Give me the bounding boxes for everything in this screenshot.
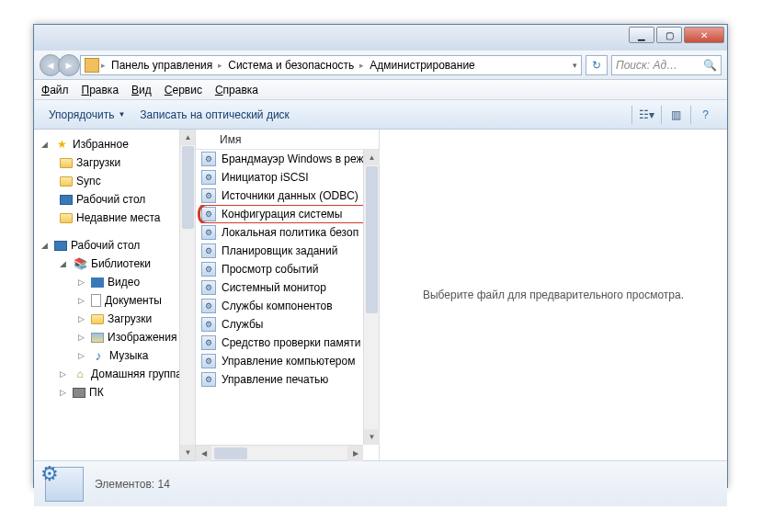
list-item[interactable]: ⚙Локальная политика безоп [196,223,379,242]
homegroup-icon: ⌂ [73,367,87,381]
chevron-right-icon[interactable]: ▸ [101,61,106,70]
address-row: ◄ ► ▸ Панель управления ▸ Система и безо… [34,51,727,80]
shortcut-icon: ⚙ [201,335,216,350]
close-button[interactable]: ✕ [684,27,724,43]
refresh-button[interactable]: ↻ [586,55,608,75]
tree-homegroup[interactable]: ▷⌂Домашняя группа [34,365,195,383]
search-icon[interactable]: 🔍 [703,59,717,72]
scroll-left-icon[interactable]: ◀ [196,446,211,461]
shortcut-icon: ⚙ [201,354,216,368]
body-panes: ◢★Избранное Загрузки Sync Рабочий стол Н… [34,130,727,460]
minimize-button[interactable]: ▁ [629,27,654,43]
list-item[interactable]: ⚙Управление компьютером [196,352,379,370]
file-list[interactable]: Имя ⚙Брандмауэр Windows в реж⚙Инициатор … [196,130,380,460]
list-item[interactable]: ⚙Системный монитор [196,278,379,297]
dropdown-icon[interactable]: ▾ [573,61,577,70]
expand-icon[interactable]: ▷ [78,277,87,287]
shortcut-icon: ⚙ [201,188,216,203]
tree-favorites[interactable]: ◢★Избранное [34,135,195,153]
list-item[interactable]: ⚙Источники данных (ODBC) [196,187,379,205]
collapse-icon[interactable]: ◢ [41,241,51,250]
tree-music[interactable]: ▷♪Музыка [34,346,195,365]
status-text: Элементов: 14 [95,478,170,491]
scroll-down-icon[interactable]: ▼ [180,445,196,460]
view-options-button[interactable]: ☷▾ [631,106,661,124]
list-item[interactable]: ⚙Службы компонентов [196,297,379,315]
burn-button[interactable]: Записать на оптический диск [132,105,297,125]
list-hscrollbar[interactable]: ◀ ▶ [196,445,363,460]
scroll-up-icon[interactable]: ▲ [180,130,196,145]
preview-pane-button[interactable]: ▥ [661,106,690,124]
expand-icon[interactable]: ▷ [60,388,69,397]
organize-button[interactable]: Упорядочить▼ [41,105,132,125]
forward-button[interactable]: ► [58,54,80,76]
breadcrumb-seg-2[interactable]: Администрирование [366,59,478,72]
tree-desktop-fav[interactable]: Рабочий стол [34,190,195,209]
list-item-label: Службы компонентов [222,300,333,312]
expand-icon[interactable]: ▷ [78,333,87,342]
tree-downloads[interactable]: Загрузки [34,153,195,172]
list-item[interactable]: ⚙Брандмауэр Windows в реж [196,150,379,168]
collapse-icon[interactable]: ◢ [41,140,51,149]
folder-icon [60,158,73,168]
list-item-label: Просмотр событий [222,263,318,276]
collapse-icon[interactable]: ◢ [60,259,69,268]
tree-documents[interactable]: ▷Документы [34,291,195,310]
chevron-down-icon: ▼ [118,110,125,119]
video-icon [91,277,104,288]
list-item[interactable]: ⚙Планировщик заданий [196,242,379,260]
shortcut-icon: ⚙ [201,299,216,313]
list-item[interactable]: ⚙Службы [196,315,379,334]
scroll-thumb[interactable] [366,166,378,313]
tree-pc[interactable]: ▷ПК [34,383,195,402]
chevron-right-icon[interactable]: ▸ [218,61,222,70]
pc-icon [73,388,85,398]
list-item[interactable]: ⚙Конфигурация системы [196,205,379,223]
scroll-thumb[interactable] [214,447,247,459]
expand-icon[interactable]: ▷ [78,351,87,360]
scroll-thumb[interactable] [182,146,194,229]
recent-icon [60,213,73,223]
scroll-right-icon[interactable]: ▶ [347,446,363,461]
chevron-right-icon[interactable]: ▸ [359,61,364,70]
titlebar[interactable]: ▁ ▢ ✕ [34,25,727,51]
menu-edit[interactable]: Правка [82,84,119,96]
tree-downloads-lib[interactable]: ▷Загрузки [34,310,195,328]
breadcrumb-seg-1[interactable]: Система и безопасность [224,59,358,72]
menu-file[interactable]: Файл [41,84,69,96]
expand-icon[interactable]: ▷ [60,369,69,379]
folder-icon [85,58,99,73]
list-item[interactable]: ⚙Управление печатью [196,370,379,389]
list-item-label: Конфигурация системы [222,208,342,221]
preview-placeholder: Выберите файл для предварительного просм… [423,289,684,301]
breadcrumb-seg-0[interactable]: Панель управления [108,59,216,72]
help-button[interactable]: ? [690,106,720,124]
list-vscrollbar[interactable]: ▲ ▼ [363,150,379,445]
navigation-pane[interactable]: ◢★Избранное Загрузки Sync Рабочий стол Н… [34,130,196,460]
tree-recent[interactable]: Недавние места [34,209,195,227]
list-item[interactable]: ⚙Инициатор iSCSI [196,168,379,187]
tree-videos[interactable]: ▷Видео [34,273,195,291]
shortcut-icon: ⚙ [201,243,216,258]
scroll-up-icon[interactable]: ▲ [364,150,380,165]
menu-tools[interactable]: Сервис [165,84,202,96]
maximize-button[interactable]: ▢ [656,27,682,43]
search-input[interactable]: Поиск: Ад… 🔍 [611,55,722,75]
list-item[interactable]: ⚙Средство проверки памяти [196,334,379,352]
menu-view[interactable]: Вид [131,84,152,96]
tree-sync[interactable]: Sync [34,172,195,190]
search-placeholder: Поиск: Ад… [616,59,677,72]
column-header-name[interactable]: Имя [196,130,379,150]
list-item-label: Управление печатью [222,373,328,386]
menu-bar: Файл Правка Вид Сервис Справка [34,80,727,100]
expand-icon[interactable]: ▷ [78,314,87,323]
list-item[interactable]: ⚙Просмотр событий [196,260,379,278]
tree-libraries[interactable]: ◢📚Библиотеки [34,255,195,273]
address-bar[interactable]: ▸ Панель управления ▸ Система и безопасн… [80,55,582,75]
expand-icon[interactable]: ▷ [78,296,87,305]
scroll-down-icon[interactable]: ▼ [364,429,380,445]
menu-help[interactable]: Справка [215,84,258,96]
tree-pictures[interactable]: ▷Изображения [34,328,195,346]
tree-desktop[interactable]: ◢Рабочий стол [34,236,195,255]
tree-scrollbar[interactable]: ▲ ▼ [179,130,195,460]
